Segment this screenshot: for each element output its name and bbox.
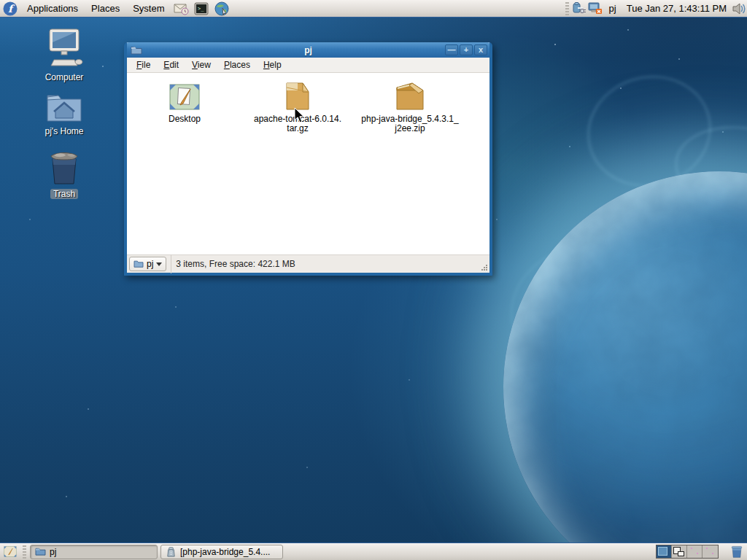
desktop-folder-icon [130, 80, 239, 111]
desktop-icon-home[interactable]: pj's Home [32, 90, 96, 136]
user-switcher[interactable]: pj [603, 3, 622, 14]
window-titlebar[interactable]: pj — + x [127, 42, 489, 58]
window-title: pj [127, 45, 489, 55]
window-statusbar: pj 3 items, Free space: 422.1 MB [127, 254, 489, 273]
power-manager-icon[interactable] [571, 1, 587, 17]
chevron-down-icon [156, 262, 162, 266]
desktop-icon-computer[interactable]: Computer [32, 28, 96, 82]
workspace-1[interactable] [657, 545, 672, 558]
trash-icon [32, 150, 96, 187]
desktop-icon-trash[interactable]: Trash [32, 150, 96, 199]
statusbar-info: 3 items, Free space: 422.1 MB [176, 259, 295, 269]
applet-handle[interactable] [23, 545, 26, 559]
archive-manager-icon [166, 547, 177, 557]
file-manager-window: pj — + x File Edit View Places Help [124, 42, 492, 276]
close-button[interactable]: x [474, 44, 487, 55]
file-icon-view[interactable]: Desktop apache-tomcat-6.0.14.tar.gz [127, 73, 489, 254]
location-button[interactable]: pj [129, 257, 166, 271]
panel-clock[interactable]: Tue Jan 27, 1:43:11 PM [622, 3, 731, 14]
folder-icon [35, 547, 46, 556]
menu-edit[interactable]: Edit [157, 58, 185, 71]
desktop-icon-label: Trash [32, 189, 96, 199]
file-label: Desktop [130, 114, 239, 124]
top-panel: f Applications Places System >_ [0, 0, 747, 18]
menu-help[interactable]: Help [257, 58, 288, 71]
menu-file[interactable]: File [130, 58, 157, 71]
workspace-4[interactable] [703, 545, 718, 558]
workspace-2[interactable] [672, 545, 687, 558]
maximize-button[interactable]: + [460, 44, 473, 55]
system-menu[interactable]: System [126, 0, 171, 18]
trash-applet-icon[interactable] [729, 544, 745, 560]
taskbar-button-pj[interactable]: pj [30, 545, 158, 559]
file-item-php-java-bridge-archive[interactable]: php-java-bridge_5.4.3.1_j2ee.zip [355, 80, 465, 133]
taskbar-button-label: pj [50, 547, 56, 557]
terminal-launcher[interactable]: >_ [193, 1, 209, 17]
places-menu[interactable]: Places [85, 0, 126, 18]
svg-text:>_: >_ [198, 6, 204, 12]
menu-view[interactable]: View [185, 58, 217, 71]
minimize-button[interactable]: — [445, 44, 458, 55]
email-launcher[interactable] [173, 1, 189, 17]
applet-handle[interactable] [565, 2, 569, 15]
desktop-icon-label: pj's Home [32, 126, 96, 136]
desktop-icon-label: Computer [32, 72, 96, 82]
resize-grip[interactable] [481, 264, 488, 271]
folder-icon [133, 260, 144, 268]
file-item-desktop[interactable]: Desktop [130, 80, 239, 124]
location-label: pj [147, 259, 153, 269]
show-desktop-button[interactable] [2, 544, 18, 560]
network-offline-icon[interactable] [587, 1, 603, 17]
workspace-switcher [656, 545, 719, 559]
tar-archive-icon [243, 80, 352, 111]
applications-menu[interactable]: Applications [20, 0, 85, 18]
statusbar-separator [171, 255, 171, 273]
zip-archive-icon [355, 80, 465, 111]
file-label: php-java-bridge_5.4.3.1_j2ee.zip [355, 114, 465, 133]
menu-places[interactable]: Places [217, 58, 257, 71]
workspace-3[interactable] [687, 545, 703, 558]
volume-icon[interactable] [731, 1, 747, 17]
arrow-cursor [294, 107, 304, 125]
taskbar-button-label: [php-java-bridge_5.4.... [180, 547, 270, 557]
bottom-panel: pj [php-java-bridge_5.4.... [0, 542, 747, 560]
window-menubar: File Edit View Places Help [127, 58, 489, 73]
computer-icon [32, 28, 96, 70]
web-browser-launcher[interactable] [214, 1, 230, 17]
taskbar-button-archive-manager[interactable]: [php-java-bridge_5.4.... [160, 545, 283, 559]
fedora-menu-logo[interactable]: f [2, 1, 18, 17]
home-folder-icon [32, 90, 96, 124]
